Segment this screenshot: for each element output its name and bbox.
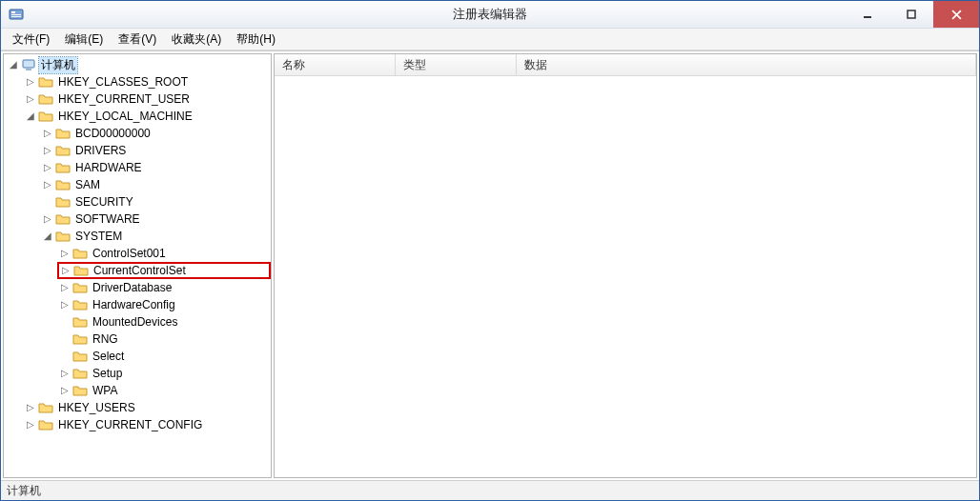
folder-icon <box>55 126 71 141</box>
menu-edit[interactable]: 编辑(E) <box>57 30 111 50</box>
tree-node-hkcr[interactable]: ▷ HKEY_CLASSES_ROOT <box>23 73 271 90</box>
tree-pane[interactable]: ◢ 计算机 ▷ HKEY_CLASSES_ROOT <box>3 53 272 478</box>
statusbar: 计算机 <box>1 480 979 500</box>
computer-icon <box>21 57 36 72</box>
expand-toggle[interactable]: ▷ <box>59 368 71 379</box>
svg-rect-5 <box>908 10 915 18</box>
expand-toggle[interactable]: ▷ <box>59 385 71 396</box>
expand-toggle[interactable]: ▷ <box>42 128 53 139</box>
expand-toggle[interactable]: ◢ <box>42 230 53 242</box>
status-path: 计算机 <box>7 483 41 499</box>
svg-rect-2 <box>11 14 21 15</box>
menu-help[interactable]: 帮助(H) <box>229 30 283 50</box>
menu-favorites[interactable]: 收藏夹(A) <box>164 30 229 50</box>
expand-toggle[interactable]: ▷ <box>59 248 71 259</box>
list-header: 名称 类型 数据 <box>275 54 976 76</box>
folder-icon <box>38 400 53 415</box>
column-data[interactable]: 数据 <box>517 54 976 75</box>
tree-label: SAM <box>73 178 102 191</box>
column-type[interactable]: 类型 <box>396 54 517 75</box>
list-body <box>275 76 976 477</box>
tree-label: DRIVERS <box>73 144 128 157</box>
titlebar: 注册表编辑器 <box>1 1 979 29</box>
folder-icon <box>72 331 88 347</box>
close-button[interactable] <box>933 1 979 28</box>
folder-icon <box>72 314 88 330</box>
expand-toggle[interactable]: ▷ <box>59 299 71 311</box>
tree-node-driverdatabase[interactable]: ▷DriverDatabase <box>57 279 271 296</box>
tree-node-hklm[interactable]: ◢ HKEY_LOCAL_MACHINE ▷BCD00000000 ▷DRIVE… <box>23 108 271 399</box>
main-area: ◢ 计算机 ▷ HKEY_CLASSES_ROOT <box>1 50 979 480</box>
expand-toggle[interactable]: ◢ <box>8 59 19 70</box>
expand-toggle[interactable]: ▷ <box>25 419 36 431</box>
tree-node-hkcc[interactable]: ▷ HKEY_CURRENT_CONFIG <box>23 416 271 433</box>
svg-rect-1 <box>11 11 15 13</box>
tree-node-drivers[interactable]: ▷DRIVERS <box>40 142 271 159</box>
maximize-button[interactable] <box>889 1 933 28</box>
tree-label: Setup <box>91 367 124 380</box>
expand-toggle[interactable]: ▷ <box>42 213 53 225</box>
tree-node-hardwareconfig[interactable]: ▷HardwareConfig <box>57 296 271 313</box>
folder-icon <box>72 297 88 312</box>
window-controls <box>846 1 979 28</box>
tree-label: SOFTWARE <box>73 212 142 226</box>
tree-label: MountedDevices <box>91 315 179 329</box>
tree-node-sam[interactable]: ▷SAM <box>40 176 271 193</box>
column-name[interactable]: 名称 <box>275 54 396 75</box>
folder-icon <box>72 349 88 364</box>
expand-toggle[interactable]: ◢ <box>25 110 36 122</box>
tree-label: HKEY_CLASSES_ROOT <box>56 75 190 89</box>
tree-node-mounteddevices[interactable]: MountedDevices <box>57 313 271 331</box>
expand-toggle[interactable]: ▷ <box>25 402 36 413</box>
tree-node-bcd[interactable]: ▷BCD00000000 <box>40 125 271 142</box>
app-icon <box>9 7 24 22</box>
menu-view[interactable]: 查看(V) <box>111 30 164 50</box>
tree-node-cs001[interactable]: ▷ControlSet001 <box>57 245 271 262</box>
minimize-button[interactable] <box>846 1 889 28</box>
tree-label: Select <box>91 350 126 363</box>
tree-label: DriverDatabase <box>91 281 174 294</box>
expand-toggle[interactable]: ▷ <box>42 179 53 190</box>
tree-label: HardwareConfig <box>91 298 177 311</box>
tree-label: 计算机 <box>39 57 77 73</box>
tree-label: HKEY_CURRENT_CONFIG <box>56 418 204 431</box>
folder-icon <box>72 366 88 381</box>
svg-rect-9 <box>26 69 31 70</box>
tree-node-setup[interactable]: ▷Setup <box>57 365 271 382</box>
menubar: 文件(F) 编辑(E) 查看(V) 收藏夹(A) 帮助(H) <box>1 29 979 50</box>
folder-icon <box>72 280 88 295</box>
list-pane[interactable]: 名称 类型 数据 <box>274 53 977 478</box>
tree-node-rng[interactable]: RNG <box>57 331 271 348</box>
window-title: 注册表编辑器 <box>1 6 979 23</box>
folder-icon <box>55 194 71 210</box>
tree-label: HKEY_LOCAL_MACHINE <box>56 110 194 123</box>
expand-toggle[interactable]: ▷ <box>42 162 53 173</box>
folder-icon <box>72 246 88 261</box>
tree-label: HARDWARE <box>73 161 144 174</box>
tree-node-hkcu[interactable]: ▷ HKEY_CURRENT_USER <box>23 90 271 108</box>
tree-node-security[interactable]: SECURITY <box>40 193 271 210</box>
expand-toggle[interactable]: ▷ <box>42 145 53 156</box>
tree-node-select[interactable]: Select <box>57 348 271 365</box>
expand-toggle[interactable]: ▷ <box>25 93 36 105</box>
svg-rect-4 <box>864 16 871 18</box>
tree-node-system[interactable]: ◢ SYSTEM ▷ControlSet001 ▷ <box>40 228 271 399</box>
tree-label: ControlSet001 <box>91 247 168 260</box>
svg-rect-8 <box>23 60 34 68</box>
tree-label: BCD00000000 <box>73 127 153 140</box>
folder-icon <box>55 229 71 244</box>
tree-node-software[interactable]: ▷SOFTWARE <box>40 210 271 228</box>
tree-node-hardware[interactable]: ▷HARDWARE <box>40 159 271 176</box>
expand-toggle[interactable]: ▷ <box>59 282 71 293</box>
tree-label: HKEY_USERS <box>56 401 137 414</box>
tree-node-wpa[interactable]: ▷WPA <box>57 382 271 399</box>
tree-node-currentcontrolset[interactable]: ▷ CurrentControlSet <box>57 262 271 279</box>
folder-icon <box>55 143 71 158</box>
folder-icon <box>38 74 53 90</box>
menu-file[interactable]: 文件(F) <box>5 30 57 50</box>
tree-label: SECURITY <box>73 195 135 209</box>
expand-toggle[interactable]: ▷ <box>60 265 71 276</box>
tree-node-hku[interactable]: ▷ HKEY_USERS <box>23 399 271 416</box>
expand-toggle[interactable]: ▷ <box>25 76 36 88</box>
tree-node-computer[interactable]: ◢ 计算机 ▷ HKEY_CLASSES_ROOT <box>6 56 271 433</box>
